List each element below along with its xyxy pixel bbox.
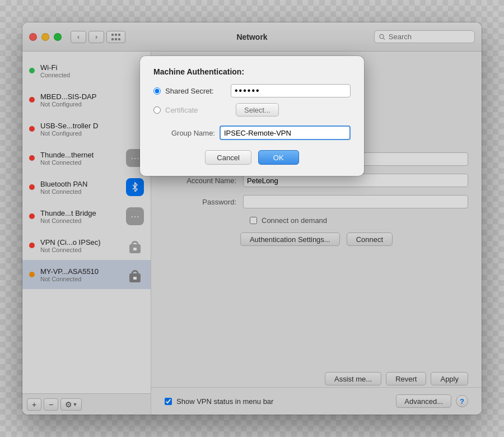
modal-ok-button[interactable]: OK	[258, 150, 299, 165]
modal-buttons: Cancel OK	[153, 150, 351, 165]
select-button[interactable]: Select...	[236, 103, 279, 117]
certificate-row: Certificate Select...	[153, 103, 351, 117]
group-name-input[interactable]	[220, 125, 351, 140]
shared-secret-input[interactable]	[231, 84, 351, 97]
group-name-row: Group Name:	[153, 125, 351, 140]
certificate-label: Certificate	[165, 106, 227, 114]
modal-overlay: Machine Authentication: Shared Secret: C…	[22, 22, 482, 415]
modal-title: Machine Authentication:	[153, 67, 351, 76]
network-window: ‹ › Network	[22, 22, 482, 415]
auth-modal: Machine Authentication: Shared Secret: C…	[140, 56, 364, 176]
shared-secret-label: Shared Secret:	[165, 87, 226, 95]
certificate-radio[interactable]	[153, 106, 161, 114]
shared-secret-radio[interactable]	[153, 87, 161, 95]
shared-secret-row: Shared Secret:	[153, 84, 351, 97]
group-name-label: Group Name:	[153, 129, 215, 137]
modal-cancel-button[interactable]: Cancel	[205, 150, 251, 165]
